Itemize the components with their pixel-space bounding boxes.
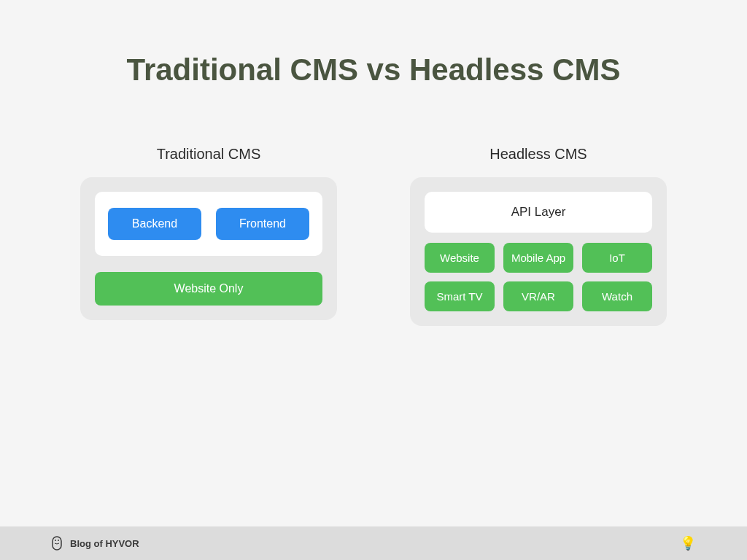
website-only-pill: Website Only xyxy=(95,272,322,306)
target-smart-tv: Smart TV xyxy=(425,281,495,311)
footer-brand-text: Blog of HYVOR xyxy=(70,538,139,549)
headless-box: API Layer Website Mobile App IoT Smart T… xyxy=(410,177,667,326)
traditional-panel: Traditional CMS Backend Frontend Website… xyxy=(80,146,337,326)
svg-point-1 xyxy=(55,540,56,541)
panels-container: Traditional CMS Backend Frontend Website… xyxy=(0,88,747,326)
headless-heading: Headless CMS xyxy=(489,146,587,163)
traditional-white-box: Backend Frontend xyxy=(95,192,322,256)
svg-point-2 xyxy=(58,540,59,541)
targets-grid: Website Mobile App IoT Smart TV VR/AR Wa… xyxy=(425,243,652,311)
main-title: Traditional CMS vs Headless CMS xyxy=(0,0,747,88)
target-iot: IoT xyxy=(582,243,652,273)
api-layer-box: API Layer xyxy=(425,192,652,233)
brand-icon xyxy=(51,536,63,551)
target-vr-ar: VR/AR xyxy=(503,281,573,311)
traditional-heading: Traditional CMS xyxy=(157,146,261,163)
lightbulb-icon: 💡 xyxy=(680,535,696,551)
target-website: Website xyxy=(425,243,495,273)
headless-panel: Headless CMS API Layer Website Mobile Ap… xyxy=(410,146,667,326)
target-mobile-app: Mobile App xyxy=(503,243,573,273)
target-watch: Watch xyxy=(582,281,652,311)
backend-pill: Backend xyxy=(108,208,201,240)
frontend-pill: Frontend xyxy=(216,208,309,240)
traditional-box: Backend Frontend Website Only xyxy=(80,177,337,320)
svg-rect-0 xyxy=(53,537,61,550)
footer: Blog of HYVOR 💡 xyxy=(0,526,747,560)
footer-left: Blog of HYVOR xyxy=(51,536,139,551)
